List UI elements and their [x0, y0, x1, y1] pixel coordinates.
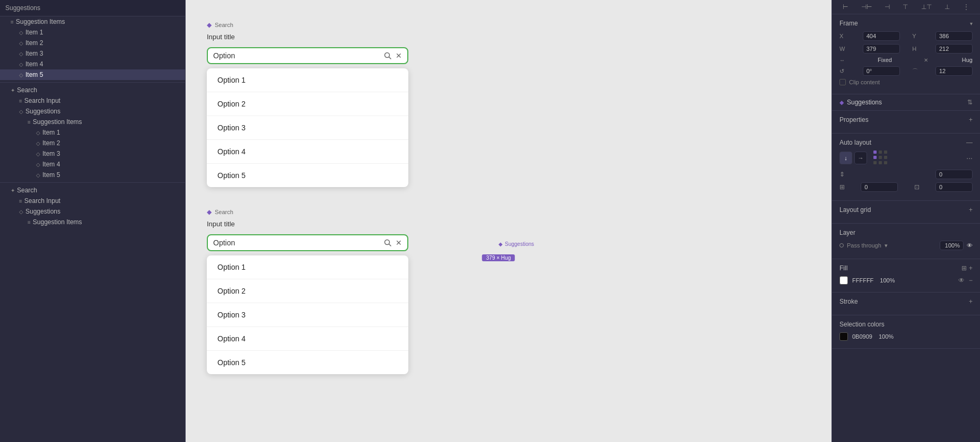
sidebar-item-item1-5[interactable]: ◇ Item 5	[0, 69, 185, 80]
fill-color-swatch[interactable]	[839, 276, 848, 285]
fill-remove-icon[interactable]: −	[969, 277, 973, 284]
arrow-down-btn[interactable]: ↓	[839, 152, 852, 164]
frame-expand-icon[interactable]: ▾	[970, 21, 973, 26]
sidebar-item-suggestion-items-1[interactable]: ≡ Suggestion Items	[0, 16, 185, 27]
stroke-label: Stroke	[839, 298, 858, 305]
stroke-add-icon[interactable]: +	[969, 298, 973, 305]
selection-colors-title: Selection colors	[839, 321, 973, 328]
suggestion-option[interactable]: Option 5	[207, 164, 408, 187]
suggestion-option[interactable]: Option 4	[207, 140, 408, 164]
sidebar-item-suggestions-1[interactable]: ◇ Suggestions	[0, 106, 185, 117]
clear-icon-button-1[interactable]: ✕	[396, 51, 402, 60]
search-icon-button-1[interactable]	[384, 52, 391, 59]
align-center-v-icon[interactable]: ⊥⊤	[921, 3, 932, 11]
sidebar-item-search-input-2[interactable]: ≡ Search Input	[0, 196, 185, 206]
sidebar-item-search-input-1[interactable]: ≡ Search Input	[0, 95, 185, 106]
suggestion-option[interactable]: Option 3	[207, 303, 408, 327]
autolayout-minus-icon[interactable]: —	[966, 139, 973, 146]
align-top-icon[interactable]: ⊤	[903, 3, 908, 11]
list-icon: ≡	[19, 198, 22, 204]
search-input-1[interactable]	[213, 51, 380, 60]
y-input[interactable]	[935, 31, 973, 41]
gap-row: ⇕	[839, 170, 973, 179]
sidebar-item-item1-3[interactable]: ◇ Item 3	[0, 48, 185, 59]
sidebar-item-item2-3[interactable]: ◇ Item 3	[0, 148, 185, 159]
dot	[884, 156, 887, 159]
suggestion-option[interactable]: Option 1	[207, 255, 408, 279]
more-options-icon[interactable]: ···	[966, 154, 973, 162]
fill-label: Fill	[839, 264, 847, 272]
dot	[879, 161, 882, 164]
component-label-1: ◆ Search	[207, 21, 408, 29]
fill-hex-value: FFFFFF	[852, 277, 873, 284]
input-title-1: Input title	[207, 33, 408, 41]
sidebar-item-item2-1[interactable]: ◇ Item 1	[0, 127, 185, 138]
clear-icon-button-2[interactable]: ✕	[396, 238, 402, 247]
distribute-icon[interactable]: ⋮	[963, 3, 969, 11]
padding-v-input[interactable]	[935, 182, 973, 192]
visibility-icon[interactable]: 👁	[967, 242, 973, 249]
sidebar-item-suggestions-2[interactable]: ◇ Suggestions	[0, 206, 185, 217]
x-input[interactable]	[863, 31, 900, 41]
sidebar-item-item2-5[interactable]: ◇ Item 5	[0, 170, 185, 180]
fill-visibility-icon[interactable]: 👁	[958, 277, 965, 284]
clip-checkbox[interactable]	[839, 79, 846, 85]
align-center-h-icon[interactable]: ⊣⊢	[861, 3, 872, 11]
search-input-wrapper-1[interactable]: ✕	[207, 47, 408, 64]
properties-add-icon[interactable]: +	[969, 116, 973, 123]
sidebar-item-suggestion-items-2[interactable]: ≡ Suggestion Items	[0, 117, 185, 127]
search-input-2[interactable]	[213, 238, 380, 247]
corner-input[interactable]	[935, 66, 973, 76]
suggestion-option[interactable]: Option 5	[207, 351, 408, 374]
sidebar-label: Item 3	[25, 50, 43, 57]
sidebar-item-item2-4[interactable]: ◇ Item 4	[0, 159, 185, 170]
arrow-right-btn[interactable]: →	[854, 152, 867, 164]
fill-type-icon[interactable]: ⊞	[961, 264, 967, 272]
sidebar-label: Search	[17, 187, 37, 194]
wh-prop-row: W H	[839, 44, 973, 54]
w-input[interactable]	[863, 44, 900, 54]
right-panel: ⊢ ⊣⊢ ⊣ ⊤ ⊥⊤ ⊥ ⋮ Frame ▾ X Y W H ↔ Fixed …	[832, 0, 980, 442]
sidebar-item-search-1[interactable]: ✦ Search	[0, 85, 185, 95]
dot	[879, 156, 882, 159]
sidebar-label: Suggestion Items	[16, 18, 65, 25]
align-left-icon[interactable]: ⊢	[843, 3, 848, 11]
search-input-wrapper-2[interactable]: ✕	[207, 234, 408, 251]
frame-label: Frame	[839, 20, 858, 27]
opacity-input[interactable]	[940, 241, 964, 250]
suggestion-option[interactable]: Option 2	[207, 279, 408, 303]
selection-color-swatch[interactable]	[839, 332, 848, 341]
suggestion-option[interactable]: Option 1	[207, 68, 408, 92]
fill-add-icon[interactable]: +	[969, 264, 973, 272]
diamond-icon: ◇	[19, 40, 23, 46]
layer-section: Layer Pass through ▾ 👁	[832, 224, 980, 259]
right-panel-toolbar: ⊢ ⊣⊢ ⊣ ⊤ ⊥⊤ ⊥ ⋮	[832, 0, 980, 14]
padding-icon-2: ⊡	[914, 183, 920, 191]
component-type-1: Search	[215, 22, 233, 28]
padding-h-input[interactable]	[861, 182, 898, 192]
suggestion-option[interactable]: Option 3	[207, 116, 408, 140]
sidebar-item-item1-2[interactable]: ◇ Item 2	[0, 38, 185, 48]
suggestions-sort-icon[interactable]: ⇅	[967, 99, 973, 106]
rotation-input[interactable]	[863, 66, 900, 76]
suggestions-dropdown-2: Option 1 Option 2 Option 3 Option 4 Opti…	[207, 255, 408, 374]
align-right-icon[interactable]: ⊣	[885, 3, 890, 11]
sidebar-label: Item 4	[42, 161, 60, 168]
dot	[873, 151, 877, 154]
layout-grid-add-icon[interactable]: +	[969, 206, 973, 214]
y-label: Y	[912, 33, 923, 39]
sidebar-item-search-2[interactable]: ✦ Search	[0, 185, 185, 196]
align-dots-grid	[873, 151, 888, 165]
sidebar-item-item1-1[interactable]: ◇ Item 1	[0, 27, 185, 38]
gem-icon-1: ◆	[207, 21, 212, 29]
sidebar-item-item2-2[interactable]: ◇ Item 2	[0, 138, 185, 148]
h-input[interactable]	[935, 44, 973, 54]
suggestion-option[interactable]: Option 4	[207, 327, 408, 351]
gap-input[interactable]	[935, 170, 973, 179]
sidebar-item-item1-4[interactable]: ◇ Item 4	[0, 59, 185, 69]
align-bottom-icon[interactable]: ⊥	[944, 3, 950, 11]
sidebar-label: Item 1	[25, 29, 43, 36]
suggestion-option[interactable]: Option 2	[207, 92, 408, 116]
sidebar-item-suggestion-items-3[interactable]: ≡ Suggestion Items	[0, 217, 185, 227]
search-icon-button-2[interactable]	[384, 239, 391, 246]
